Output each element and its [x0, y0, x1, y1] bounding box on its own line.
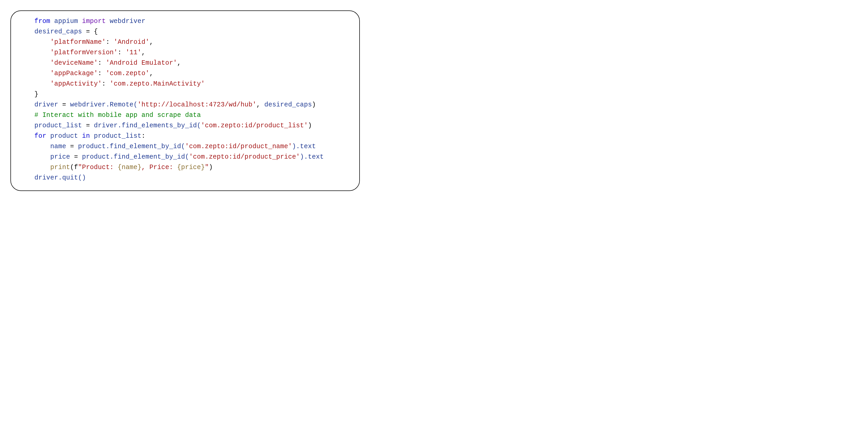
var-desired-caps: desired_caps — [34, 28, 82, 35]
colon: : — [141, 132, 145, 140]
equals: = — [82, 122, 94, 130]
var-price: price — [50, 153, 70, 161]
dict-val: 'com.zepto.MainActivity' — [110, 80, 205, 88]
id-string: 'com.zepto:id/product_list' — [201, 122, 308, 130]
indent — [34, 38, 50, 46]
fstring-part: " — [205, 164, 209, 171]
call-quit: driver.quit() — [34, 174, 86, 181]
fstring-part: "Product: — [78, 164, 118, 171]
comma: , — [149, 38, 153, 46]
paren-open: (f — [70, 164, 78, 171]
brace-close: } — [34, 90, 38, 98]
dict-key: 'appActivity' — [50, 80, 102, 88]
indent — [34, 164, 50, 171]
module-appium: appium — [54, 18, 78, 25]
colon: : — [98, 70, 105, 77]
keyword-for: for — [34, 132, 46, 140]
comma: , — [141, 49, 145, 56]
equals: = — [70, 153, 82, 161]
colon: : — [118, 49, 125, 56]
comma: , — [149, 70, 153, 77]
indent — [34, 80, 50, 88]
id-string: 'com.zepto:id/product_price' — [189, 153, 300, 161]
arg-desired-caps: desired_caps — [265, 101, 312, 109]
indent — [34, 59, 50, 67]
module-webdriver: webdriver — [110, 18, 146, 25]
comma: , — [177, 59, 181, 67]
fstring-brace: {price} — [177, 164, 205, 171]
dict-key: 'appPackage' — [50, 70, 98, 77]
id-string: 'com.zepto:id/product_name' — [185, 143, 292, 150]
dict-key: 'deviceName' — [50, 59, 98, 67]
var-product: product — [50, 132, 78, 140]
paren-close: ) — [312, 101, 316, 109]
space — [90, 132, 94, 140]
dict-val: 'Android' — [114, 38, 149, 46]
var-product-list: product_list — [34, 122, 82, 130]
call-find-elements: driver.find_elements_by_id( — [94, 122, 201, 130]
colon: : — [98, 59, 105, 67]
attr-text: ).text — [292, 143, 316, 150]
space — [78, 132, 82, 140]
comma: , — [256, 101, 264, 109]
equals: = — [58, 101, 70, 109]
keyword-in: in — [82, 132, 90, 140]
var-name: name — [50, 143, 66, 150]
colon: : — [102, 80, 110, 88]
call-find-element: product.find_element_by_id( — [82, 153, 189, 161]
call-remote: webdriver.Remote( — [70, 101, 137, 109]
indent — [34, 49, 50, 56]
space — [46, 132, 50, 140]
indent — [34, 143, 50, 150]
fstring-part: , Price: — [141, 164, 177, 171]
dict-key: 'platformVersion' — [50, 49, 118, 56]
paren-close: ) — [209, 164, 213, 171]
code-content: from appium import webdriver desired_cap… — [34, 16, 336, 183]
keyword-from: from — [34, 18, 50, 25]
comment: # Interact with mobile app and scrape da… — [34, 111, 201, 119]
attr-text: ).text — [300, 153, 324, 161]
colon: : — [106, 38, 114, 46]
var-product-list: product_list — [94, 132, 141, 140]
dict-val: '11' — [126, 49, 142, 56]
call-find-element: product.find_element_by_id( — [78, 143, 185, 150]
fn-print: print — [50, 164, 70, 171]
dict-val: 'Android Emulator' — [106, 59, 177, 67]
brace-open: = { — [82, 28, 98, 35]
indent — [34, 70, 50, 77]
var-driver: driver — [34, 101, 58, 109]
keyword-import: import — [82, 18, 105, 25]
equals: = — [66, 143, 78, 150]
dict-key: 'platformName' — [50, 38, 106, 46]
indent — [34, 153, 50, 161]
fstring-brace: {name} — [118, 164, 141, 171]
url-string: 'http://localhost:4723/wd/hub' — [137, 101, 256, 109]
code-block: from appium import webdriver desired_cap… — [10, 10, 360, 191]
paren-close: ) — [308, 122, 312, 130]
dict-val: 'com.zepto' — [106, 70, 149, 77]
